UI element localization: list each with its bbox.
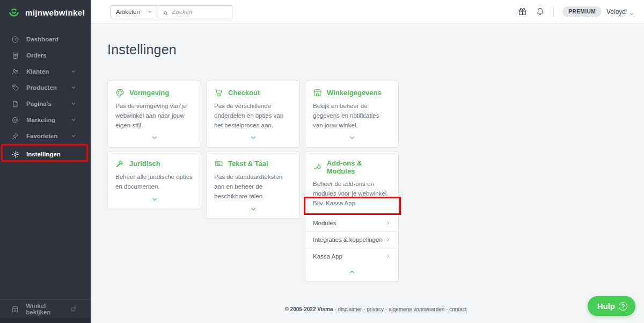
card-header[interactable]: Juridisch — [115, 159, 193, 168]
search-control: Artikelen — [110, 5, 232, 18]
card-header[interactable]: Winkelgegevens — [313, 88, 391, 97]
card-link-label: Integraties & koppelingen — [313, 236, 383, 243]
card-inner: Add-ons & ModulesBeheer de add-ons en mo… — [305, 152, 398, 281]
expand-card-button[interactable] — [313, 130, 391, 147]
settings-card-checkout: CheckoutPas de verschillende onderdelen … — [206, 81, 300, 147]
gavel-icon — [115, 159, 125, 168]
sidebar-item-producten[interactable]: Producten — [0, 80, 91, 96]
card-links: ModulesIntegraties & koppelingenKassa Ap… — [313, 214, 391, 264]
sidebar-item-label: Orders — [26, 52, 47, 59]
card-header[interactable]: Checkout — [214, 88, 292, 97]
user-menu[interactable]: Veloyd — [606, 8, 634, 16]
card-link-label: Kassa App — [313, 253, 342, 260]
sidebar-item-orders[interactable]: Orders — [0, 47, 91, 63]
gift-icon[interactable] — [518, 7, 527, 16]
main-area: Artikelen PREMIUM Veloyd Ins — [91, 0, 644, 323]
cart-icon — [214, 88, 223, 97]
footer-link-privacy[interactable]: privacy — [367, 306, 384, 312]
card-header[interactable]: Vormgeving — [115, 88, 193, 97]
customers-icon — [11, 68, 19, 76]
footer-link-disclaimer[interactable]: disclaimer — [338, 306, 362, 312]
brand-name: mijnwebwinkel — [25, 8, 85, 17]
topbar-right: PREMIUM Veloyd — [518, 6, 644, 17]
sidebar-item-dashboard[interactable]: Dashboard — [0, 31, 91, 47]
sidebar-item-marketing[interactable]: Marketing — [0, 112, 91, 128]
topbar: Artikelen PREMIUM Veloyd — [91, 0, 644, 24]
card-title: Tekst & Taal — [228, 160, 268, 168]
sidebar-item-favorieten[interactable]: Favorieten — [0, 128, 91, 144]
help-button[interactable]: Hulp ? — [588, 296, 635, 316]
settings-card-add-ons-modules: Add-ons & ModulesBeheer de add-ons en mo… — [305, 152, 399, 281]
keyboard-icon — [214, 159, 223, 168]
settings-card-juridisch: JuridischBeheer alle juridische opties e… — [107, 152, 201, 209]
chevron-down-icon — [71, 133, 76, 139]
settings-card-winkelgegevens: WinkelgegevensBekijk en beheer de gegeve… — [305, 81, 399, 147]
sidebar: mijnwebwinkel DashboardOrdersKlantenProd… — [0, 0, 91, 323]
sidebar-item-klanten[interactable]: Klanten — [0, 63, 91, 80]
bell-icon[interactable] — [536, 7, 545, 16]
premium-badge[interactable]: PREMIUM — [562, 6, 602, 17]
page-title: Instellingen — [107, 42, 644, 58]
sidebar-footer-label: Winkel bekijken — [26, 303, 70, 315]
chevron-down-icon — [151, 134, 158, 141]
sidebar-nav: DashboardOrdersKlantenProductenPagina'sM… — [0, 25, 91, 162]
gear-icon — [11, 150, 19, 159]
card-link-modules[interactable]: Modules — [305, 214, 398, 231]
sidebar-bottom-strip — [0, 318, 91, 323]
footer-link-algemene-voorwaarden[interactable]: algemene voorwaarden — [389, 306, 445, 312]
chevron-down-icon — [348, 134, 356, 141]
collapse-card-button[interactable] — [313, 264, 391, 281]
chevron-down-icon — [151, 196, 158, 203]
card-header[interactable]: Tekst & Taal — [214, 159, 292, 168]
card-description: Pas de standaardteksten aan en beheer de… — [214, 173, 292, 201]
settings-card-tekst-taal: Tekst & TaalPas de standaardteksten aan … — [206, 152, 300, 218]
card-inner: Tekst & TaalPas de standaardteksten aan … — [207, 152, 299, 218]
sidebar-item-pagina-s[interactable]: Pagina's — [0, 96, 91, 112]
expand-card-button[interactable] — [115, 192, 193, 209]
search-category-dropdown[interactable]: Artikelen — [111, 6, 158, 18]
chevron-down-icon — [250, 205, 257, 213]
chevron-down-icon — [71, 85, 76, 90]
sidebar-item-instellingen[interactable]: Instellingen — [0, 146, 91, 162]
sidebar-item-label: Klanten — [26, 68, 49, 75]
card-title: Juridisch — [129, 160, 160, 168]
expand-card-button[interactable] — [214, 202, 292, 218]
mijnwebwinkel-logo-icon — [8, 6, 20, 19]
expand-card-button[interactable] — [214, 130, 292, 147]
question-circle-icon: ? — [619, 302, 627, 311]
page-footer: © 2005-2022 Visma - disclaimer - privacy… — [107, 306, 644, 312]
tag-icon — [11, 84, 19, 92]
chevron-down-icon — [71, 69, 76, 74]
external-link-icon — [70, 306, 76, 312]
card-title: Vormgeving — [129, 89, 169, 97]
palette-icon — [115, 88, 125, 97]
card-inner: JuridischBeheer alle juridische opties e… — [108, 152, 201, 209]
card-title: Checkout — [228, 89, 260, 97]
search-icon — [163, 9, 168, 15]
sidebar-item-label: Instellingen — [26, 151, 61, 157]
user-name: Veloyd — [606, 8, 626, 16]
brand[interactable]: mijnwebwinkel — [0, 0, 91, 25]
card-inner: VormgevingPas de vormgeving van je webwi… — [108, 81, 201, 147]
card-title: Winkelgegevens — [327, 89, 382, 97]
settings-card-vormgeving: VormgevingPas de vormgeving van je webwi… — [107, 81, 201, 147]
search-input-wrap — [158, 6, 232, 18]
search-input[interactable] — [172, 9, 227, 15]
footer-link-contact[interactable]: contact — [449, 306, 466, 312]
card-link-kassa-app[interactable]: Kassa App — [305, 248, 398, 264]
sidebar-item-label: Dashboard — [26, 36, 58, 42]
chevron-right-icon — [385, 237, 391, 242]
store-icon — [11, 305, 19, 313]
card-link-label: Modules — [313, 220, 336, 226]
help-button-label: Hulp — [597, 302, 615, 311]
card-title: Add-ons & Modules — [327, 159, 391, 175]
pin-icon — [11, 132, 19, 140]
card-link-integraties-koppelingen[interactable]: Integraties & koppelingen — [305, 231, 398, 248]
card-description: Bekijk en beheer de gegevens en notifica… — [313, 102, 391, 130]
card-inner: WinkelgegevensBekijk en beheer de gegeve… — [305, 81, 398, 147]
settings-cards: VormgevingPas de vormgeving van je webwi… — [107, 81, 644, 282]
sidebar-footer-view-shop[interactable]: Winkel bekijken — [0, 299, 91, 318]
expand-card-button[interactable] — [115, 130, 193, 147]
card-header[interactable]: Add-ons & Modules — [313, 159, 391, 175]
sidebar-item-label: Marketing — [26, 117, 55, 123]
